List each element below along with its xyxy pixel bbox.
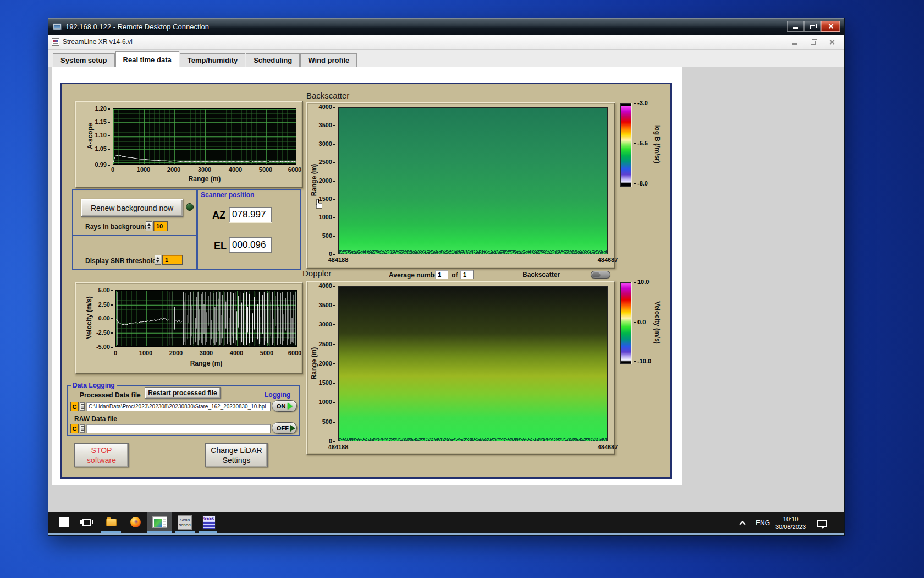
ascope-graph: A-scope 1.20 1.15 1.10 1.05 0.99 — [75, 101, 303, 188]
ascope-trace — [113, 109, 296, 164]
running-indicator — [199, 531, 217, 533]
velocity-plot-area[interactable] — [116, 290, 297, 347]
tab-wind-profile[interactable]: Wind profile — [300, 53, 357, 67]
raw-path-browse-icon[interactable] — [80, 424, 85, 433]
average-number-field[interactable]: 1 — [435, 270, 448, 279]
az-label: AZ — [212, 210, 226, 221]
rdc-titlebar[interactable]: 192.168.0.122 - Remote Desktop Connectio… — [48, 18, 844, 35]
processed-logging-on-button[interactable]: ON — [272, 400, 297, 412]
file-explorer-button[interactable] — [100, 512, 122, 532]
background-controls-box: Renew background now Rays in background … — [72, 189, 197, 270]
geek-app-button[interactable]: GEEK — [198, 512, 220, 532]
change-lidar-settings-button[interactable]: Change LiDAR Settings — [205, 443, 268, 467]
doppler-x-left: 484188 — [328, 444, 349, 450]
velocity-trace — [116, 291, 296, 346]
el-value-field[interactable]: 000.096 — [229, 237, 272, 253]
running-indicator — [175, 531, 195, 533]
ascope-y-ticks: 1.20 1.15 1.10 1.05 0.99 — [86, 108, 110, 165]
processed-path-field[interactable]: C:\Lidar\Data\Proc\2023\202308\20230830\… — [86, 402, 271, 411]
backscatter-x-right: 484687 — [598, 257, 618, 263]
doppler-heatmap[interactable] — [338, 286, 608, 441]
snr-spinner[interactable] — [155, 255, 161, 265]
clock-date: 30/08/2023 — [776, 523, 806, 531]
folder-icon — [106, 519, 117, 526]
clock[interactable]: 10:10 30/08/2023 — [776, 512, 806, 533]
doppler-y-ticks: 4000 3500 3000 2500 2000 1500 1000 500 0 — [310, 286, 336, 441]
raw-path-field[interactable] — [86, 424, 271, 433]
language-indicator[interactable]: ENG — [756, 512, 770, 533]
backscatter-heatmap[interactable] — [338, 107, 608, 254]
task-view-icon — [82, 519, 91, 526]
rdc-minimize-button[interactable] — [787, 21, 804, 32]
clock-time: 10:10 — [776, 515, 806, 523]
taskbar: Scan sched GEEK ENG 10:10 — [48, 512, 844, 533]
backscatter-toggle-label: Backscatter — [522, 271, 560, 279]
minimize-icon — [792, 43, 797, 45]
rdc-window-title: 192.168.0.122 - Remote Desktop Connectio… — [65, 23, 787, 31]
app-close-button[interactable] — [822, 36, 841, 47]
notification-icon — [817, 520, 827, 527]
ascope-x-axis-label: Range (m) — [189, 175, 221, 183]
rays-spinner[interactable] — [146, 221, 152, 231]
remote-session-area: StreamLine XR v14-6.vi System setup Real… — [48, 35, 844, 533]
firefox-button[interactable] — [124, 512, 146, 532]
app-titlebar[interactable]: StreamLine XR v14-6.vi — [48, 35, 844, 50]
chevron-up-icon — [739, 521, 745, 527]
tab-scheduling[interactable]: Scheduling — [246, 53, 300, 67]
rdc-restore-button[interactable] — [804, 21, 821, 32]
tray-expand-button[interactable] — [740, 512, 745, 533]
streamline-app-button[interactable] — [147, 512, 172, 532]
firefox-icon — [130, 517, 141, 527]
el-label: EL — [214, 240, 227, 252]
doppler-title: Doppler — [302, 269, 332, 278]
app-minimize-button[interactable] — [785, 36, 804, 47]
doppler-x-right: 484687 — [598, 444, 618, 450]
desktop: 192.168.0.122 - Remote Desktop Connectio… — [0, 0, 924, 578]
scan-scheduler-button[interactable]: Scan sched — [174, 512, 196, 532]
snr-threshold-field[interactable]: 1 — [162, 255, 183, 265]
scan-scheduler-icon: Scan sched — [178, 515, 192, 530]
backscatter-display-toggle[interactable] — [591, 271, 610, 279]
backscatter-colorbar — [620, 103, 631, 187]
app-restore-button[interactable] — [804, 36, 822, 47]
tab-real-time-data[interactable]: Real time data — [116, 51, 179, 67]
vi-file-icon — [52, 38, 59, 46]
box-divider — [72, 235, 197, 236]
tab-temp-humidity[interactable]: Temp/humidity — [180, 53, 245, 67]
ascope-plot-area[interactable] — [113, 108, 296, 165]
processed-drive-box[interactable]: C — [70, 402, 79, 411]
rays-in-background-field[interactable]: 10 — [153, 221, 168, 231]
average-number-label: Average number — [389, 271, 441, 279]
running-indicator — [147, 531, 172, 533]
processed-path-browse-icon[interactable] — [80, 402, 85, 411]
data-logging-box: Data Logging Processed Data file Restart… — [67, 385, 300, 436]
velocity-x-axis-label: Range (m) — [190, 359, 223, 367]
velocity-y-ticks: 5.00 2.50 0.00 -2.50 -5.00 — [86, 290, 113, 347]
app-window-title: StreamLine XR v14-6.vi — [63, 38, 785, 46]
average-total-field[interactable]: 1 — [460, 270, 474, 279]
restore-icon — [811, 41, 816, 45]
tab-system-setup[interactable]: System setup — [53, 53, 115, 67]
renew-background-button[interactable]: Renew background now — [81, 199, 183, 217]
stop-software-button[interactable]: STOP software — [74, 443, 129, 467]
backscatter-colorbar-ticks: -3.0 -5.5 -8.0 — [634, 103, 656, 187]
start-button[interactable] — [53, 512, 75, 532]
restore-icon — [810, 25, 815, 29]
task-view-button[interactable] — [76, 512, 98, 532]
raw-logging-off-button[interactable]: OFF — [272, 422, 297, 434]
mouse-cursor — [314, 199, 323, 210]
notification-center-button[interactable] — [817, 512, 827, 533]
windows-logo-icon — [59, 517, 69, 527]
on-label: ON — [277, 403, 286, 410]
dark-led-icon — [290, 425, 295, 432]
restart-processed-file-button[interactable]: Restart processed file — [145, 387, 221, 399]
raw-drive-box[interactable]: C — [70, 424, 79, 433]
rdc-close-button[interactable] — [821, 21, 840, 32]
az-value-field[interactable]: 078.997 — [229, 207, 272, 222]
backscatter-y-ticks: 4000 3500 3000 2500 2000 1500 1000 500 0 — [310, 107, 336, 254]
scanner-position-box: Scanner position AZ 078.997 EL 000.096 — [197, 189, 301, 270]
rays-in-background-label: Rays in background — [85, 223, 148, 231]
doppler-colorbar — [620, 282, 631, 364]
geek-app-icon: GEEK — [202, 515, 216, 530]
backscatter-title: Backscatter — [306, 91, 349, 100]
